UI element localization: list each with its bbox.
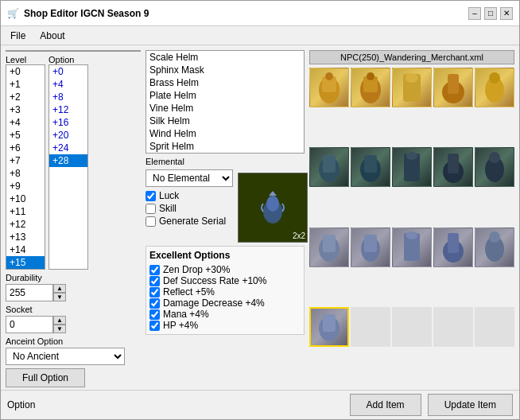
option-list[interactable]: +0 +4 +8 +12 +16 +20 +24 +28 — [49, 64, 88, 270]
level-item[interactable]: +12 — [6, 218, 45, 231]
skill-row: Skill — [146, 203, 233, 214]
npc-slot[interactable] — [351, 68, 390, 107]
npc-slot[interactable] — [392, 147, 432, 187]
npc-slot[interactable] — [309, 228, 349, 267]
npc-slot[interactable] — [433, 228, 473, 267]
menu-file[interactable]: File — [4, 29, 32, 43]
skill-label: Skill — [159, 203, 177, 214]
luck-checkbox[interactable] — [146, 191, 156, 201]
full-option-button[interactable]: Full Option — [6, 368, 85, 387]
excellent-item-5: Mana +4% — [149, 309, 301, 320]
main-content: Swords Axes Maces and Scepters Spears Bo… — [1, 45, 519, 390]
level-item[interactable]: +3 — [6, 103, 45, 116]
npc-slot[interactable] — [309, 68, 349, 107]
skill-checkbox[interactable] — [146, 204, 156, 214]
item-list-item[interactable]: Scale Helm — [146, 51, 304, 64]
option-item[interactable]: +4 — [49, 78, 87, 91]
generate-serial-checkbox[interactable] — [146, 216, 156, 227]
maximize-button[interactable]: □ — [484, 7, 497, 20]
excellent-item-1: Zen Drop +30% — [149, 264, 301, 275]
item-list-item[interactable]: Sphinx Mask — [146, 64, 304, 76]
npc-slot[interactable] — [475, 228, 514, 267]
option-item[interactable]: +16 — [49, 116, 87, 129]
item-list-item[interactable]: Sprit Helm — [146, 140, 304, 153]
close-button[interactable]: ✕ — [500, 7, 513, 20]
npc-slot-empty[interactable] — [392, 307, 432, 347]
socket-down[interactable]: ▼ — [53, 325, 66, 333]
npc-slot[interactable] — [392, 228, 432, 267]
svg-rect-26 — [323, 235, 336, 252]
add-item-button[interactable]: Add Item — [350, 394, 421, 416]
level-item[interactable]: +7 — [6, 154, 45, 167]
level-item[interactable]: +4 — [6, 116, 45, 129]
level-item[interactable]: +10 — [6, 192, 45, 205]
update-item-button[interactable]: Update Item — [428, 394, 513, 416]
durability-up[interactable]: ▲ — [53, 284, 66, 293]
item-list-item[interactable]: Vine Helm — [146, 102, 304, 115]
npc-slot[interactable] — [475, 147, 514, 187]
npc-slot-empty[interactable] — [475, 307, 514, 347]
level-item[interactable]: +0 — [6, 65, 45, 78]
npc-slot[interactable] — [433, 68, 473, 107]
excellent-checkbox-4[interactable] — [149, 298, 160, 309]
npc-slot[interactable] — [351, 147, 390, 187]
excellent-label-3: Reflect +5% — [163, 286, 215, 298]
elemental-select[interactable]: No Elemental Fire Water — [146, 169, 233, 187]
svg-point-5 — [325, 72, 333, 80]
item-list-item[interactable]: Plate Helm — [146, 89, 304, 102]
npc-slot[interactable] — [433, 147, 473, 187]
level-item[interactable]: +6 — [6, 142, 45, 154]
npc-slot-empty[interactable] — [351, 307, 390, 347]
npc-slot[interactable] — [392, 68, 432, 107]
excellent-label-4: Damage Decrease +4% — [163, 298, 265, 309]
socket-input[interactable] — [6, 316, 53, 333]
level-item[interactable]: +13 — [6, 231, 45, 243]
checkbox-group: Luck Skill Generate Serial — [146, 190, 233, 227]
durability-input[interactable] — [6, 284, 53, 301]
option-item[interactable]: +8 — [49, 91, 87, 103]
item-list-item[interactable]: Guardian Helm — [146, 153, 304, 154]
level-list[interactable]: +0 +1 +2 +3 +4 +5 +6 +7 +8 +9 +10 — [6, 64, 45, 270]
option-item[interactable]: +24 — [49, 142, 87, 154]
excellent-checkbox-6[interactable] — [149, 321, 160, 331]
level-item[interactable]: +14 — [6, 243, 45, 256]
npc-slot[interactable] — [351, 228, 390, 267]
menu-about[interactable]: About — [33, 29, 71, 43]
item-list-item[interactable]: Wind Helm — [146, 127, 304, 140]
minimize-button[interactable]: – — [468, 7, 481, 20]
durability-input-group: ▲ ▼ — [6, 284, 141, 301]
excellent-checkbox-3[interactable] — [149, 287, 160, 298]
durability-down[interactable]: ▼ — [53, 293, 66, 301]
level-item[interactable]: +5 — [6, 129, 45, 142]
title-bar: 🛒 Shop Editor IGCN Season 9 – □ ✕ — [1, 1, 519, 26]
excellent-label-1: Zen Drop +30% — [163, 264, 230, 275]
npc-slot[interactable] — [475, 68, 514, 107]
npc-slot-selected[interactable] — [309, 307, 349, 347]
option-item-selected[interactable]: +28 — [49, 154, 87, 167]
level-item-selected[interactable]: +15 — [6, 256, 45, 269]
level-item[interactable]: +11 — [6, 205, 45, 218]
svg-point-14 — [489, 72, 500, 84]
item-list[interactable]: Scale Helm Sphinx Mask Brass Helm Plate … — [146, 50, 305, 154]
level-item[interactable]: +8 — [6, 167, 45, 180]
item-list-item[interactable]: Silk Helm — [146, 115, 304, 127]
excellent-title: Excellent Options — [149, 250, 301, 261]
option-item[interactable]: +20 — [49, 129, 87, 142]
elemental-controls: Elemental No Elemental Fire Water Luck — [146, 157, 233, 243]
excellent-item-4: Damage Decrease +4% — [149, 298, 301, 309]
excellent-checkbox-5[interactable] — [149, 309, 160, 320]
level-item[interactable]: +1 — [6, 78, 45, 91]
option-item[interactable]: +12 — [49, 103, 87, 116]
npc-slot-empty[interactable] — [433, 307, 473, 347]
socket-up[interactable]: ▲ — [53, 316, 66, 325]
excellent-checkbox-2[interactable] — [149, 276, 160, 286]
option-item[interactable]: +0 — [49, 65, 87, 78]
excellent-checkbox-1[interactable] — [149, 265, 160, 275]
item-list-item[interactable]: Brass Helm — [146, 76, 304, 89]
level-item[interactable]: +2 — [6, 91, 45, 103]
level-item[interactable]: +9 — [6, 180, 45, 192]
luck-row: Luck — [146, 190, 233, 201]
npc-slot[interactable] — [309, 147, 349, 187]
level-label: Level — [6, 55, 45, 64]
ancient-select[interactable]: No Ancient — [6, 348, 125, 365]
